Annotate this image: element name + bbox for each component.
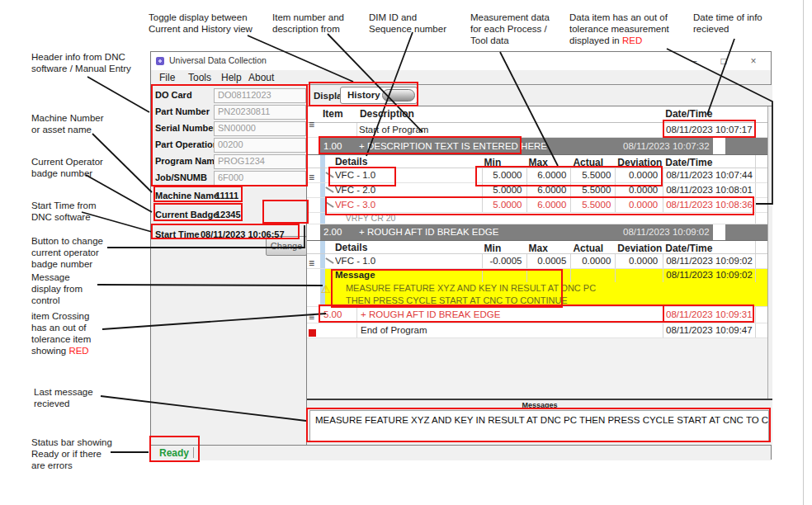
display-toggle[interactable]: History	[340, 87, 418, 104]
row-vfc-2-0[interactable]: VFC - 2.0 5.0000 6.0000 5.5000 0.0000 08…	[307, 183, 767, 198]
empty-cell	[755, 254, 767, 268]
menu-about[interactable]: About	[248, 72, 274, 83]
gutter-cell	[307, 183, 320, 197]
page-edge-line	[803, 0, 804, 505]
gutter-cell	[307, 155, 320, 168]
vrfy-subtext: VRFY CR 20	[325, 213, 755, 224]
program-name-input[interactable]: PROG1234	[214, 154, 306, 169]
date-cell: 08/11/2023 10:08:01	[663, 183, 755, 197]
actual-cell: 5.5000	[570, 183, 615, 197]
description-cell: + ROUGH AFT ID BREAK EDGE	[357, 307, 663, 323]
gutter-cell	[307, 213, 320, 224]
row-5-out-of-tolerance[interactable]: 5.00 + ROUGH AFT ID BREAK EDGE 08/11/202…	[307, 307, 767, 323]
close-button[interactable]: ×	[743, 54, 764, 68]
details-header-row: Details Min Max Actual Deviation Date/Ti…	[307, 241, 767, 254]
status-separator	[193, 447, 194, 458]
empty-cell	[755, 198, 767, 212]
row-vfc-1-0-section2[interactable]: VFC - 1.0 -0.0005 0.0005 0.0000 0.0000 0…	[307, 254, 767, 269]
empty-cell	[755, 307, 767, 323]
program-name-label: Program Name	[155, 156, 220, 166]
min-cell: 5.0000	[482, 198, 526, 212]
band-description: + DESCRIPTION TEXT IS ENTERED HERE	[357, 138, 574, 154]
col-description: Description	[357, 106, 482, 122]
min-cell: 5.0000	[482, 183, 526, 197]
dim-id-cell: VFC - 1.0	[335, 254, 482, 268]
row-message-text-2: THEN PRESS CYCLE START AT CNC TO CONTINU…	[307, 295, 767, 307]
band-date: 08/11/2023 10:09:02	[621, 224, 713, 240]
empty-cell	[755, 155, 767, 168]
empty-cell	[526, 123, 570, 137]
col-deviation: Deviation	[615, 241, 663, 253]
note-item-number: Item number and description from	[272, 12, 344, 35]
row-vfc-3-0-out-of-tolerance[interactable]: VFC - 3.0 5.0000 6.0000 5.5000 0.0000 08…	[307, 198, 767, 213]
note-start-time: Start Time from DNC software	[31, 200, 97, 223]
menu-file[interactable]: File	[159, 72, 175, 83]
row-handle-icon[interactable]: ≡	[309, 120, 314, 129]
menu-tools[interactable]: Tools	[188, 72, 211, 83]
row-start-of-program[interactable]: Start of Program 08/11/2023 10:07:17	[307, 123, 767, 138]
menu-bar: File Tools Help About	[151, 70, 771, 85]
row-message[interactable]: Message 08/11/2023 10:09:02	[307, 269, 767, 282]
part-number-input[interactable]: PN20230811	[214, 105, 306, 120]
field-row-program-name: Program Name PROG1234	[151, 153, 306, 170]
start-time-value: 08/11/2023 10:06:57	[201, 229, 285, 239]
messages-divider	[307, 399, 772, 400]
col-extra	[755, 106, 767, 122]
menu-help[interactable]: Help	[221, 72, 242, 83]
row-handle-icon[interactable]: ≡	[309, 173, 314, 182]
item-cell	[320, 123, 357, 137]
start-time-label: Start Time	[155, 229, 200, 239]
title-bar: Universal Data Collection – □ ×	[151, 52, 771, 70]
line-header-info	[87, 77, 149, 112]
gutter-cell	[307, 138, 320, 154]
row-vfc-1-0[interactable]: VFC - 1.0 5.0000 6.0000 5.5000 0.0000 08…	[307, 168, 767, 183]
last-message-box[interactable]: MEASURE FEATURE XYZ AND KEY IN RESULT AT…	[309, 410, 769, 441]
serial-number-input[interactable]: SN00000	[214, 121, 306, 136]
item-cell	[320, 323, 357, 337]
note-machine-number: Machine Number or asset name	[31, 112, 104, 135]
band-item-number: 1.00	[320, 138, 357, 154]
part-number-label: Part Number	[155, 106, 210, 116]
current-badge-value: 12345	[215, 210, 241, 219]
row-message-text-1: MEASURE FEATURE XYZ AND KEY IN RESULT AT…	[307, 282, 767, 295]
job-snumb-input[interactable]: 6F000	[214, 171, 306, 186]
header-panel: DO Card DO08112023 Part Number PN2023081…	[151, 85, 307, 445]
dim-id-cell: VFC - 3.0	[335, 198, 482, 212]
gutter-cell	[307, 295, 320, 306]
col-spacer	[526, 106, 571, 122]
grid-header-row: Item Description Date/Time	[307, 106, 767, 123]
note-item-crossing-red-word: RED	[68, 346, 88, 356]
description-cell: End of Program	[357, 323, 663, 337]
do-card-input[interactable]: DO08112023	[214, 88, 306, 103]
empty-cell	[755, 323, 767, 337]
minimize-button[interactable]: –	[683, 54, 705, 68]
row-handle-icon[interactable]: ≡	[309, 259, 314, 267]
gutter-cell	[307, 282, 320, 295]
dim-id-cell: VFC - 1.0	[335, 168, 482, 182]
row-band-1[interactable]: 1.00 + DESCRIPTION TEXT IS ENTERED HERE …	[307, 138, 767, 155]
col-item: Item	[320, 106, 357, 122]
row-end-of-program[interactable]: End of Program 08/11/2023 10:09:47	[307, 323, 767, 338]
deviation-cell: 0.0000	[615, 183, 663, 197]
toggle-switch-knob[interactable]	[382, 89, 415, 101]
empty-cell	[755, 241, 767, 253]
machine-name-row: Machine Name 11111	[151, 188, 306, 205]
field-row-do-card: DO Card DO08112023	[151, 87, 306, 104]
display-bar: Display History	[307, 85, 772, 106]
row-handle-icon[interactable]: ≡	[309, 313, 314, 321]
row-band-2[interactable]: 2.00 + ROUGH AFT ID BREAK EDGE 08/11/202…	[307, 224, 767, 241]
band-date: 08/11/2023 10:07:32	[621, 138, 713, 154]
end-of-program-icon	[309, 329, 316, 337]
date-cell: 08/11/2023 10:09:02	[663, 254, 755, 268]
empty-cell	[570, 123, 615, 137]
maximize-button[interactable]: □	[713, 54, 734, 68]
measurement-icon	[325, 183, 335, 197]
empty-cell	[755, 168, 767, 182]
machine-name-value: 11111	[215, 191, 238, 201]
annotation-box-row-5-divider	[663, 304, 664, 323]
row-vrfy-subtext: VRFY CR 20	[307, 213, 767, 224]
measurement-icon	[325, 168, 335, 182]
date-cell: 08/11/2023 10:07:44	[663, 168, 755, 182]
part-operation-input[interactable]: 00200	[214, 138, 306, 153]
note-message-display: Message display from control	[31, 271, 83, 306]
